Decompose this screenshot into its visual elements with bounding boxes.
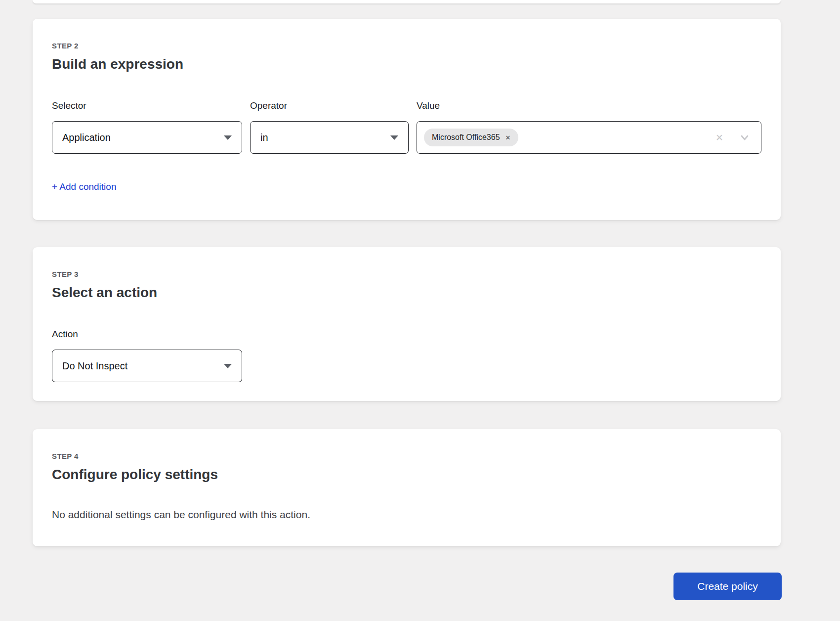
selector-dropdown[interactable]: Application bbox=[52, 121, 242, 154]
clear-selection-icon[interactable]: ✕ bbox=[715, 133, 723, 142]
step-3-card: STEP 3 Select an action Action Do Not In… bbox=[33, 247, 781, 401]
chevron-down-icon bbox=[390, 135, 398, 140]
selector-field: Selector Application bbox=[52, 100, 242, 154]
no-settings-note: No additional settings can be configured… bbox=[52, 509, 761, 521]
operator-label: Operator bbox=[250, 100, 409, 111]
step-2-title: Build an expression bbox=[52, 56, 761, 73]
chevron-down-icon[interactable] bbox=[739, 132, 750, 143]
step-3-title: Select an action bbox=[52, 284, 761, 301]
step-2-card: STEP 2 Build an expression Selector Appl… bbox=[33, 19, 781, 220]
operator-dropdown-value: in bbox=[260, 132, 268, 143]
operator-field: Operator in bbox=[250, 100, 409, 154]
multiselect-right-icons: ✕ bbox=[715, 132, 750, 143]
value-multiselect[interactable]: Microsoft Office365 ✕ ✕ bbox=[417, 121, 761, 154]
previous-card-bottom-edge bbox=[33, 0, 781, 3]
step-4-title: Configure policy settings bbox=[52, 466, 761, 483]
action-label: Action bbox=[52, 329, 242, 340]
selector-dropdown-value: Application bbox=[62, 132, 111, 143]
chevron-down-icon bbox=[224, 135, 232, 140]
value-label: Value bbox=[417, 100, 761, 111]
create-policy-button[interactable]: Create policy bbox=[673, 573, 782, 600]
selected-value-tag-text: Microsoft Office365 bbox=[432, 133, 500, 142]
value-field: Value Microsoft Office365 ✕ ✕ bbox=[417, 100, 761, 154]
action-dropdown-value: Do Not Inspect bbox=[62, 360, 127, 372]
add-condition-link[interactable]: + Add condition bbox=[52, 181, 116, 192]
step-2-label: STEP 2 bbox=[52, 42, 761, 50]
expression-fields-row: Selector Application Operator in Value M… bbox=[52, 100, 761, 154]
action-fields-row: Action Do Not Inspect bbox=[52, 329, 761, 382]
remove-tag-icon[interactable]: ✕ bbox=[505, 134, 511, 141]
step-3-label: STEP 3 bbox=[52, 270, 761, 278]
step-4-card: STEP 4 Configure policy settings No addi… bbox=[33, 429, 781, 546]
selected-value-tag: Microsoft Office365 ✕ bbox=[424, 129, 518, 146]
selector-label: Selector bbox=[52, 100, 242, 111]
step-4-label: STEP 4 bbox=[52, 452, 761, 460]
operator-dropdown[interactable]: in bbox=[250, 121, 409, 154]
action-field: Action Do Not Inspect bbox=[52, 329, 242, 382]
chevron-down-icon bbox=[224, 364, 232, 368]
action-dropdown[interactable]: Do Not Inspect bbox=[52, 350, 242, 382]
